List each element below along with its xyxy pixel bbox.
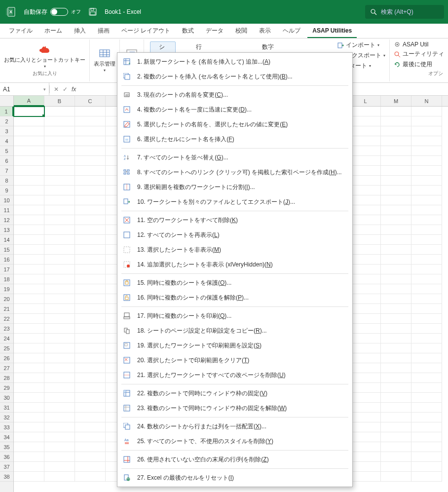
- menu-item-26[interactable]: 26. 使用されていない空白の末尾の行/列を削除(Z): [117, 452, 352, 467]
- cell[interactable]: [411, 472, 442, 482]
- menu-item-6[interactable]: 6. 選択したセルにシート名を挿入(F): [117, 132, 352, 147]
- cell[interactable]: [350, 215, 381, 225]
- cell[interactable]: [14, 146, 44, 156]
- confirm-icon[interactable]: ✓: [63, 86, 68, 93]
- cell[interactable]: [75, 472, 106, 482]
- cell[interactable]: [14, 393, 44, 403]
- cell[interactable]: [411, 186, 442, 195]
- cell[interactable]: [350, 343, 381, 353]
- cell[interactable]: [14, 255, 44, 265]
- cell[interactable]: [381, 334, 411, 343]
- row-header[interactable]: 4: [0, 136, 13, 146]
- menu-item-10[interactable]: 10. ワークシートを別々のファイルとしてエクスポート(J)...: [117, 194, 352, 209]
- menu-item-14[interactable]: 14. 追加選択したシートを非表示 (xlVeryHidden)(N): [117, 257, 352, 272]
- cell[interactable]: [44, 413, 75, 422]
- cell[interactable]: [75, 363, 106, 373]
- cell[interactable]: [381, 186, 411, 195]
- row-header[interactable]: 29: [0, 383, 13, 393]
- col-header[interactable]: L: [350, 96, 381, 106]
- cell[interactable]: [381, 156, 411, 166]
- cell[interactable]: [350, 393, 381, 403]
- cell[interactable]: [14, 205, 44, 215]
- cell[interactable]: [381, 353, 411, 363]
- cell[interactable]: [44, 156, 75, 166]
- cell[interactable]: [411, 452, 442, 462]
- cell[interactable]: [411, 403, 442, 413]
- cell[interactable]: [381, 363, 411, 373]
- cell[interactable]: [44, 343, 75, 353]
- name-box[interactable]: A1 ▾: [0, 83, 49, 95]
- cell[interactable]: [411, 116, 442, 126]
- row-header[interactable]: 12: [0, 215, 13, 225]
- cell[interactable]: [350, 462, 381, 472]
- cell[interactable]: [411, 304, 442, 314]
- cell[interactable]: [14, 107, 44, 116]
- cell[interactable]: [44, 255, 75, 265]
- cell[interactable]: [44, 126, 75, 136]
- cell[interactable]: [350, 284, 381, 294]
- cell[interactable]: [411, 284, 442, 294]
- cell[interactable]: [75, 195, 106, 205]
- tab-数式[interactable]: 数式: [177, 24, 199, 38]
- cell[interactable]: [350, 156, 381, 166]
- cell[interactable]: [14, 314, 44, 324]
- tab-ASAP Utilities[interactable]: ASAP Utilities: [307, 24, 357, 38]
- cell[interactable]: [381, 284, 411, 294]
- cell[interactable]: [44, 452, 75, 462]
- cell[interactable]: [411, 205, 442, 215]
- cell[interactable]: [350, 225, 381, 235]
- row-header[interactable]: 25: [0, 343, 13, 353]
- cell[interactable]: [75, 314, 106, 324]
- cell[interactable]: [350, 304, 381, 314]
- cell[interactable]: [14, 432, 44, 442]
- cell[interactable]: [350, 472, 381, 482]
- cell[interactable]: [14, 225, 44, 235]
- cell[interactable]: [75, 353, 106, 363]
- cell[interactable]: [44, 166, 75, 176]
- cell[interactable]: [44, 235, 75, 245]
- cell[interactable]: [14, 472, 44, 482]
- cell[interactable]: [411, 195, 442, 205]
- cell[interactable]: [350, 373, 381, 383]
- cell[interactable]: [44, 373, 75, 383]
- cell[interactable]: [44, 363, 75, 373]
- cell[interactable]: [350, 186, 381, 195]
- cell[interactable]: [44, 353, 75, 363]
- cell[interactable]: [44, 136, 75, 146]
- cell[interactable]: [350, 422, 381, 432]
- row-header[interactable]: 24: [0, 334, 13, 343]
- cell[interactable]: [411, 274, 442, 284]
- cell[interactable]: [44, 274, 75, 284]
- cell[interactable]: [411, 432, 442, 442]
- cell[interactable]: [381, 205, 411, 215]
- menu-item-13[interactable]: 13. 選択したシートを非表示(M): [117, 242, 352, 257]
- cell[interactable]: [14, 294, 44, 304]
- cell[interactable]: [14, 413, 44, 422]
- cell[interactable]: [411, 225, 442, 235]
- cell[interactable]: [75, 126, 106, 136]
- cell[interactable]: [14, 422, 44, 432]
- cell[interactable]: [75, 284, 106, 294]
- cell[interactable]: [350, 107, 381, 116]
- cell[interactable]: [14, 245, 44, 255]
- row-header[interactable]: 2: [0, 116, 13, 126]
- toggle-switch[interactable]: [50, 8, 68, 16]
- tab-ヘルプ[interactable]: ヘルプ: [278, 24, 305, 38]
- row-header[interactable]: 28: [0, 373, 13, 383]
- menu-item-25[interactable]: Aa25. すべてのシートで、不使用のスタイルを削除(Y): [117, 434, 352, 449]
- cell[interactable]: [381, 452, 411, 462]
- cell[interactable]: [381, 393, 411, 403]
- cell[interactable]: [75, 166, 106, 176]
- cell[interactable]: [350, 324, 381, 334]
- cell[interactable]: [44, 393, 75, 403]
- row-header[interactable]: 11: [0, 205, 13, 215]
- cell[interactable]: [381, 422, 411, 432]
- cell[interactable]: [44, 245, 75, 255]
- cell[interactable]: [44, 265, 75, 274]
- cell[interactable]: [75, 107, 106, 116]
- cell[interactable]: [14, 176, 44, 186]
- menu-item-8[interactable]: 8. すべてのシートへのリンク (クリック可) を掲載した索引ページを作成(H)…: [117, 165, 352, 180]
- menu-item-23[interactable]: 23. 複数のシートで同時にウィンドウ枠の固定を解除(W): [117, 401, 352, 416]
- cell[interactable]: [14, 343, 44, 353]
- cell[interactable]: [411, 245, 442, 255]
